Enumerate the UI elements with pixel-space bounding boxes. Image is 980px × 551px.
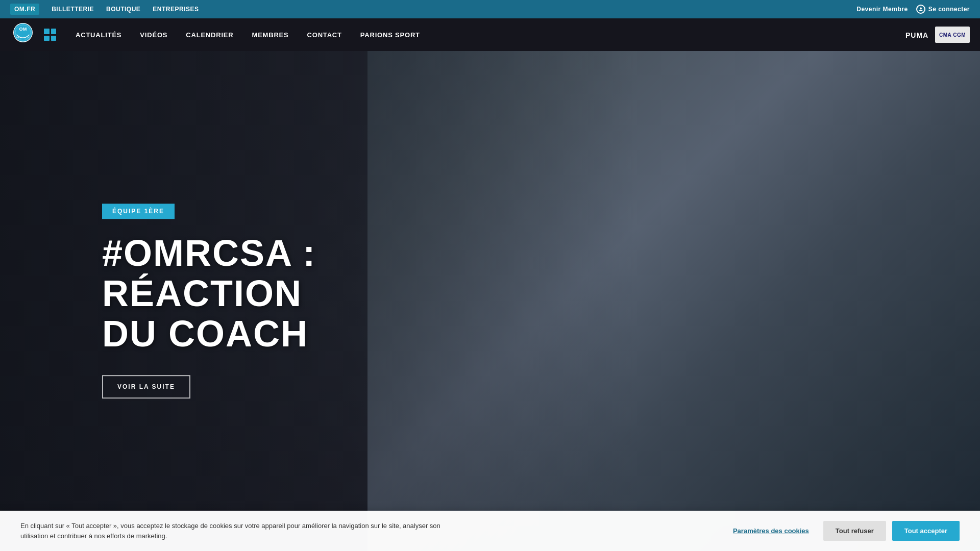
cookie-params-button[interactable]: Paramètres des cookies <box>725 522 817 540</box>
cookie-accept-button[interactable]: Tout accepter <box>892 521 960 541</box>
grid-icon[interactable] <box>44 29 56 41</box>
nav-logos: PUMA CMA CGM <box>903 27 970 43</box>
top-bar: OM.fr BILLETTERIE BOUTIQUE ENTREPRISES D… <box>0 0 980 18</box>
svg-point-0 <box>920 8 922 10</box>
nav-contact[interactable]: CONTACT <box>298 18 351 51</box>
devenir-membre-button[interactable]: Devenir Membre <box>856 6 908 13</box>
hero-title-line2: RÉACTION <box>102 273 316 314</box>
user-icon <box>916 5 925 14</box>
nav-membres[interactable]: MEMBRES <box>243 18 298 51</box>
svg-text:MARSEILLE: MARSEILLE <box>16 36 30 39</box>
boutique-link[interactable]: BOUTIQUE <box>106 6 140 13</box>
se-connecter-label: Se connecter <box>928 6 970 13</box>
nav-videos[interactable]: VIDÉOS <box>131 18 177 51</box>
site-link[interactable]: OM.fr <box>10 4 39 15</box>
nav-parions-sport[interactable]: PARIONS SPORT <box>351 18 429 51</box>
cookie-banner: En cliquant sur « Tout accepter », vous … <box>0 511 980 551</box>
hero-section: ÉQUIPE 1ÈRE #OMRCSA : RÉACTION DU COACH … <box>0 51 980 551</box>
puma-logo[interactable]: PUMA <box>903 27 929 43</box>
nav-calendrier[interactable]: CALENDRIER <box>177 18 242 51</box>
hero-title: #OMRCSA : RÉACTION DU COACH <box>102 233 316 355</box>
hero-title-line1: #OMRCSA : <box>102 233 316 273</box>
se-connecter-button[interactable]: Se connecter <box>916 5 970 14</box>
cma-cgm-label: CMA CGM <box>939 32 966 38</box>
voir-la-suite-button[interactable]: VOIR LA SUITE <box>102 375 190 398</box>
cookie-text: En cliquant sur « Tout accepter », vous … <box>20 521 459 541</box>
cookie-refuse-button[interactable]: Tout refuser <box>823 521 886 541</box>
nav-actualites[interactable]: ACTUALITÉS <box>66 18 131 51</box>
hero-title-line3: DU COACH <box>102 314 316 355</box>
nav-items: ACTUALITÉS VIDÉOS CALENDRIER MEMBRES CON… <box>66 18 903 51</box>
billetterie-link[interactable]: BILLETTERIE <box>52 6 94 13</box>
cma-cgm-logo[interactable]: CMA CGM <box>935 27 970 43</box>
svg-text:PUMA: PUMA <box>905 31 928 39</box>
om-logo[interactable]: OM MARSEILLE <box>10 22 36 47</box>
cookie-buttons: Paramètres des cookies Tout refuser Tout… <box>725 521 960 541</box>
main-nav: OM MARSEILLE ACTUALITÉS VIDÉOS CALENDRIE… <box>0 18 980 51</box>
svg-text:OM: OM <box>19 27 27 32</box>
entreprises-link[interactable]: ENTREPRISES <box>153 6 199 13</box>
top-bar-right: Devenir Membre Se connecter <box>856 5 970 14</box>
hero-content: ÉQUIPE 1ÈRE #OMRCSA : RÉACTION DU COACH … <box>102 204 316 398</box>
top-bar-left: OM.fr BILLETTERIE BOUTIQUE ENTREPRISES <box>10 4 199 15</box>
category-tag: ÉQUIPE 1ÈRE <box>102 204 175 219</box>
